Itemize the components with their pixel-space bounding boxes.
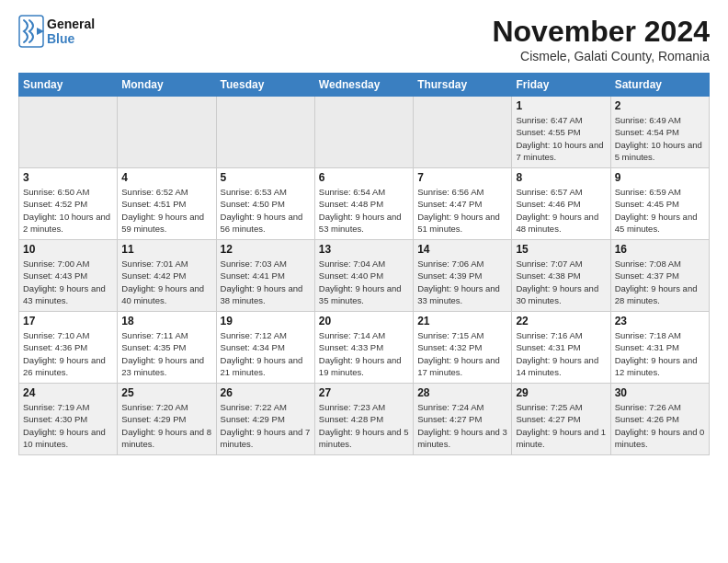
day-number: 23	[615, 315, 705, 327]
day-number: 13	[319, 243, 409, 256]
weekday-header-wednesday: Wednesday	[314, 74, 413, 97]
weekday-header-row: SundayMondayTuesdayWednesdayThursdayFrid…	[19, 74, 710, 97]
day-number: 14	[417, 243, 507, 256]
calendar-cell: 9Sunrise: 6:59 AM Sunset: 4:45 PM Daylig…	[610, 168, 709, 240]
day-info: Sunrise: 7:04 AM Sunset: 4:40 PM Dayligh…	[319, 258, 409, 306]
day-number: 4	[121, 171, 211, 184]
calendar-cell: 25Sunrise: 7:20 AM Sunset: 4:29 PM Dayli…	[118, 384, 216, 455]
calendar-week-row: 17Sunrise: 7:10 AM Sunset: 4:36 PM Dayli…	[19, 312, 710, 384]
day-info: Sunrise: 7:14 AM Sunset: 4:33 PM Dayligh…	[319, 329, 409, 378]
day-number: 29	[516, 386, 606, 399]
page: General Blue November 2024 Cismele, Gala…	[0, 0, 728, 563]
day-info: Sunrise: 6:57 AM Sunset: 4:46 PM Dayligh…	[516, 186, 606, 235]
calendar-cell: 23Sunrise: 7:18 AM Sunset: 4:31 PM Dayli…	[610, 312, 709, 384]
calendar-cell: 30Sunrise: 7:26 AM Sunset: 4:26 PM Dayli…	[610, 384, 709, 455]
day-number: 28	[417, 386, 507, 399]
weekday-header-thursday: Thursday	[414, 74, 512, 97]
day-info: Sunrise: 7:08 AM Sunset: 4:37 PM Dayligh…	[615, 258, 705, 306]
day-number: 21	[417, 315, 507, 327]
day-info: Sunrise: 6:52 AM Sunset: 4:51 PM Dayligh…	[121, 186, 211, 235]
day-info: Sunrise: 7:26 AM Sunset: 4:26 PM Dayligh…	[615, 401, 705, 450]
calendar-cell: 21Sunrise: 7:15 AM Sunset: 4:32 PM Dayli…	[414, 312, 512, 384]
day-number: 5	[221, 171, 311, 184]
calendar-cell: 1Sunrise: 6:47 AM Sunset: 4:55 PM Daylig…	[512, 97, 610, 168]
day-info: Sunrise: 6:59 AM Sunset: 4:45 PM Dayligh…	[615, 186, 705, 235]
calendar-cell: 29Sunrise: 7:25 AM Sunset: 4:27 PM Dayli…	[512, 384, 610, 455]
calendar-cell: 8Sunrise: 6:57 AM Sunset: 4:46 PM Daylig…	[512, 168, 610, 240]
day-number: 24	[23, 386, 113, 399]
day-info: Sunrise: 7:12 AM Sunset: 4:34 PM Dayligh…	[221, 329, 311, 378]
day-info: Sunrise: 7:10 AM Sunset: 4:36 PM Dayligh…	[23, 329, 113, 378]
day-info: Sunrise: 7:24 AM Sunset: 4:27 PM Dayligh…	[417, 401, 507, 450]
header: General Blue November 2024 Cismele, Gala…	[18, 15, 710, 63]
day-number: 10	[23, 243, 113, 256]
calendar-cell: 5Sunrise: 6:53 AM Sunset: 4:50 PM Daylig…	[216, 168, 314, 240]
weekday-header-friday: Friday	[512, 74, 610, 97]
day-number: 7	[417, 171, 507, 184]
weekday-header-sunday: Sunday	[19, 74, 118, 97]
calendar-cell: 16Sunrise: 7:08 AM Sunset: 4:37 PM Dayli…	[610, 240, 709, 312]
calendar-cell: 2Sunrise: 6:49 AM Sunset: 4:54 PM Daylig…	[610, 97, 709, 168]
calendar-cell	[118, 97, 216, 168]
day-info: Sunrise: 7:03 AM Sunset: 4:41 PM Dayligh…	[221, 258, 311, 306]
day-number: 22	[516, 315, 606, 327]
month-title: November 2024	[492, 15, 710, 49]
day-info: Sunrise: 6:56 AM Sunset: 4:47 PM Dayligh…	[417, 186, 507, 235]
title-block: November 2024 Cismele, Galati County, Ro…	[492, 15, 710, 63]
calendar-cell: 13Sunrise: 7:04 AM Sunset: 4:40 PM Dayli…	[314, 240, 413, 312]
day-number: 1	[516, 99, 606, 112]
day-info: Sunrise: 7:06 AM Sunset: 4:39 PM Dayligh…	[417, 258, 507, 306]
weekday-header-saturday: Saturday	[610, 74, 709, 97]
calendar-cell: 3Sunrise: 6:50 AM Sunset: 4:52 PM Daylig…	[19, 168, 118, 240]
logo-graphic	[18, 15, 44, 48]
day-info: Sunrise: 7:22 AM Sunset: 4:29 PM Dayligh…	[221, 401, 311, 450]
day-number: 20	[319, 315, 409, 327]
day-number: 6	[319, 171, 409, 184]
calendar-cell: 17Sunrise: 7:10 AM Sunset: 4:36 PM Dayli…	[19, 312, 118, 384]
calendar-cell: 22Sunrise: 7:16 AM Sunset: 4:31 PM Dayli…	[512, 312, 610, 384]
calendar-cell: 18Sunrise: 7:11 AM Sunset: 4:35 PM Dayli…	[118, 312, 216, 384]
day-info: Sunrise: 7:16 AM Sunset: 4:31 PM Dayligh…	[516, 329, 606, 378]
day-number: 15	[516, 243, 606, 256]
day-number: 2	[615, 99, 705, 112]
day-number: 25	[121, 386, 211, 399]
weekday-header-tuesday: Tuesday	[216, 74, 314, 97]
calendar-week-row: 10Sunrise: 7:00 AM Sunset: 4:43 PM Dayli…	[19, 240, 710, 312]
calendar-cell: 10Sunrise: 7:00 AM Sunset: 4:43 PM Dayli…	[19, 240, 118, 312]
day-info: Sunrise: 6:47 AM Sunset: 4:55 PM Dayligh…	[516, 114, 606, 163]
day-number: 3	[23, 171, 113, 184]
day-number: 16	[615, 243, 705, 256]
day-number: 19	[221, 315, 311, 327]
location: Cismele, Galati County, Romania	[492, 49, 710, 63]
calendar-cell: 24Sunrise: 7:19 AM Sunset: 4:30 PM Dayli…	[19, 384, 118, 455]
day-info: Sunrise: 7:19 AM Sunset: 4:30 PM Dayligh…	[23, 401, 113, 450]
day-info: Sunrise: 6:54 AM Sunset: 4:48 PM Dayligh…	[319, 186, 409, 235]
calendar-cell: 27Sunrise: 7:23 AM Sunset: 4:28 PM Dayli…	[314, 384, 413, 455]
calendar-week-row: 24Sunrise: 7:19 AM Sunset: 4:30 PM Dayli…	[19, 384, 710, 455]
calendar-cell: 19Sunrise: 7:12 AM Sunset: 4:34 PM Dayli…	[216, 312, 314, 384]
logo-line1: General	[47, 17, 95, 31]
day-number: 9	[615, 171, 705, 184]
calendar-cell: 15Sunrise: 7:07 AM Sunset: 4:38 PM Dayli…	[512, 240, 610, 312]
logo-line2: Blue	[47, 31, 95, 46]
day-info: Sunrise: 7:01 AM Sunset: 4:42 PM Dayligh…	[121, 258, 211, 306]
day-info: Sunrise: 7:23 AM Sunset: 4:28 PM Dayligh…	[319, 401, 409, 450]
logo-container: General Blue	[18, 15, 95, 48]
calendar-week-row: 3Sunrise: 6:50 AM Sunset: 4:52 PM Daylig…	[19, 168, 710, 240]
day-number: 8	[516, 171, 606, 184]
day-info: Sunrise: 7:25 AM Sunset: 4:27 PM Dayligh…	[516, 401, 606, 450]
day-number: 27	[319, 386, 409, 399]
logo-text: General Blue	[47, 17, 95, 46]
calendar-cell: 28Sunrise: 7:24 AM Sunset: 4:27 PM Dayli…	[414, 384, 512, 455]
day-number: 18	[121, 315, 211, 327]
calendar: SundayMondayTuesdayWednesdayThursdayFrid…	[18, 73, 710, 455]
calendar-cell: 14Sunrise: 7:06 AM Sunset: 4:39 PM Dayli…	[414, 240, 512, 312]
weekday-header-monday: Monday	[118, 74, 216, 97]
day-info: Sunrise: 7:20 AM Sunset: 4:29 PM Dayligh…	[121, 401, 211, 450]
day-number: 12	[221, 243, 311, 256]
calendar-cell: 7Sunrise: 6:56 AM Sunset: 4:47 PM Daylig…	[414, 168, 512, 240]
calendar-cell: 20Sunrise: 7:14 AM Sunset: 4:33 PM Dayli…	[314, 312, 413, 384]
calendar-cell: 12Sunrise: 7:03 AM Sunset: 4:41 PM Dayli…	[216, 240, 314, 312]
logo: General Blue	[18, 15, 95, 48]
day-info: Sunrise: 7:18 AM Sunset: 4:31 PM Dayligh…	[615, 329, 705, 378]
